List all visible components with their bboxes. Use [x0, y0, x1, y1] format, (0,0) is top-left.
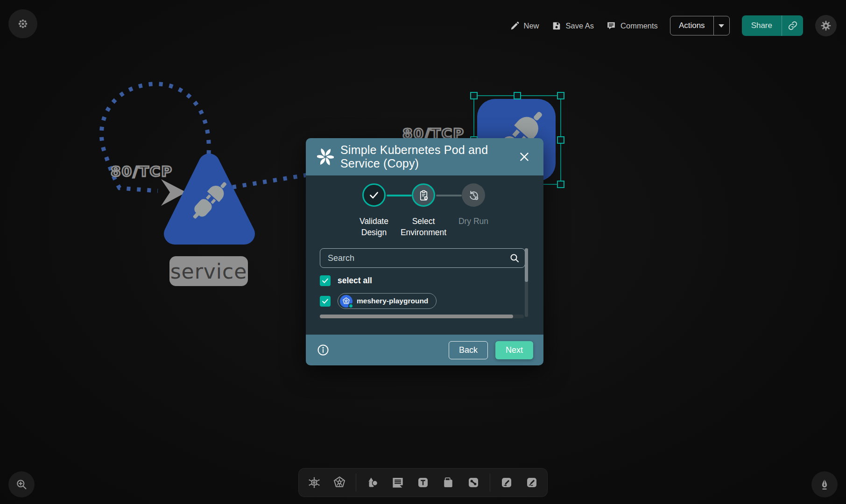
freehand-draw-tool[interactable] [521, 472, 543, 493]
comment-tool[interactable] [387, 472, 409, 493]
actions-label[interactable]: Actions [670, 16, 713, 35]
link-nodes-icon [466, 476, 480, 490]
step-label-validate-design: Validate Design [346, 216, 402, 238]
meshery-logo-icon [317, 148, 334, 165]
status-dot [348, 303, 353, 308]
step-select-environment [412, 183, 435, 207]
toolbar-divider [356, 474, 356, 491]
next-button[interactable]: Next [495, 341, 533, 359]
chevron-down-icon [719, 24, 724, 28]
toolbar-divider [490, 474, 490, 491]
clipboard-gear-icon [417, 189, 430, 202]
close-button[interactable] [516, 149, 532, 165]
component-graph-tool[interactable] [303, 472, 325, 493]
select-all-label: select all [338, 276, 372, 286]
check-icon [321, 277, 329, 285]
new-label: New [524, 21, 539, 30]
step-dry-run [462, 183, 485, 207]
horizontal-scrollbar-track [320, 315, 524, 318]
text-tool[interactable] [412, 472, 434, 493]
environment-search [320, 248, 525, 268]
new-button[interactable]: New [510, 21, 539, 31]
note-icon [441, 476, 455, 490]
flower-icon [17, 18, 29, 30]
shapes-tool[interactable] [362, 472, 383, 493]
comments-button[interactable]: Comments [606, 21, 658, 31]
select-all-row: select all [320, 275, 372, 286]
horizontal-scrollbar-thumb[interactable] [320, 315, 513, 318]
share-button[interactable]: Share [742, 15, 803, 36]
component-graph-icon [307, 476, 321, 490]
service-node[interactable] [175, 164, 244, 234]
app-menu-button[interactable] [8, 9, 37, 38]
kubernetes-icon [332, 476, 346, 490]
close-icon [518, 151, 530, 163]
note-tool[interactable] [437, 472, 459, 493]
comment-icon [606, 21, 616, 31]
service-node-label: service [169, 256, 248, 286]
kubernetes-tool[interactable] [329, 472, 350, 493]
modal-title: Simple Kubernetes Pod and Service (Copy) [340, 143, 510, 170]
modal-footer: Back Next [306, 335, 543, 365]
info-button[interactable] [316, 343, 330, 357]
vertical-scrollbar-track [525, 248, 528, 317]
check-icon [368, 189, 380, 201]
edge-pen-icon [500, 476, 514, 490]
edge-service-to-pod [233, 175, 307, 187]
environment-checkbox[interactable] [320, 296, 331, 307]
comment-icon [391, 476, 405, 490]
environment-name: meshery-playground [357, 297, 428, 305]
zoom-in-icon [15, 478, 28, 491]
info-icon [317, 343, 330, 357]
save-icon [551, 21, 562, 31]
step-label-dry-run: Dry Run [445, 216, 501, 227]
edge-port-label: 80/TCP [111, 163, 173, 180]
check-icon [321, 297, 329, 305]
search-input[interactable] [320, 248, 525, 268]
freehand-draw-icon [525, 476, 539, 490]
actions-button[interactable]: Actions [670, 16, 730, 35]
actions-dropdown-toggle[interactable] [713, 16, 729, 35]
environment-row: meshery-playground [320, 293, 437, 309]
zoom-in-button[interactable] [8, 471, 35, 497]
vertical-scrollbar-thumb[interactable] [525, 248, 528, 282]
shapes-icon [366, 476, 380, 490]
save-as-label: Save As [566, 21, 594, 30]
pencil-icon [510, 21, 520, 31]
pen-nib-icon [818, 478, 831, 491]
search-icon [509, 252, 520, 264]
step-label-select-environment: Select Environment [395, 216, 451, 238]
step-validate-design [362, 183, 386, 207]
save-as-button[interactable]: Save As [551, 21, 594, 31]
link-nodes-tool[interactable] [463, 472, 484, 493]
select-all-checkbox[interactable] [320, 275, 331, 286]
modal-header: Simple Kubernetes Pod and Service (Copy) [306, 138, 543, 175]
text-icon [416, 476, 430, 490]
design-canvas: 80/TCP 80/TCP service New [0, 0, 846, 504]
back-button[interactable]: Back [449, 341, 488, 359]
canvas-toolbar [299, 469, 547, 497]
edge-pen-tool[interactable] [496, 472, 517, 493]
link-icon [788, 21, 798, 31]
stepper-connector-done [387, 195, 412, 196]
history-gear-icon [467, 189, 480, 202]
comments-label: Comments [620, 21, 658, 30]
modal-body: Validate Design Select Environment Dry R… [306, 175, 543, 335]
stepper-connector-todo [436, 195, 462, 196]
top-toolbar: New Save As Comments Actions Share [510, 15, 837, 36]
settings-button[interactable] [815, 15, 837, 36]
pen-mode-button[interactable] [811, 471, 838, 497]
kubernetes-icon [340, 295, 352, 308]
gear-icon [820, 20, 832, 32]
environment-chip[interactable]: meshery-playground [338, 293, 437, 309]
deploy-wizard-modal: Simple Kubernetes Pod and Service (Copy) [306, 138, 543, 365]
copy-link-button[interactable] [782, 15, 803, 36]
share-label[interactable]: Share [742, 15, 782, 36]
